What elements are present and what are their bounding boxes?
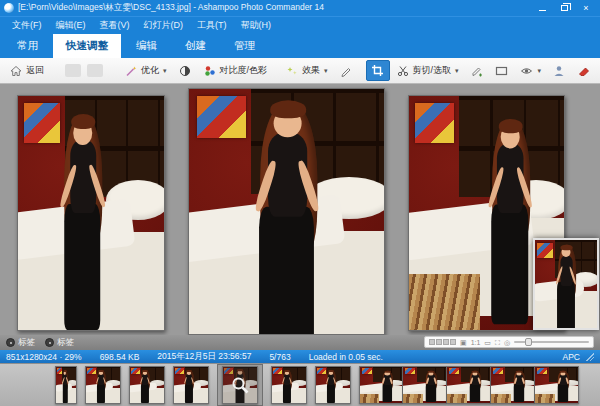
photo-preview-left[interactable] <box>17 95 165 331</box>
menu-item-2[interactable]: 编辑(E) <box>50 17 92 34</box>
thumbnail-3[interactable] <box>129 366 165 404</box>
toolbar-button-返回[interactable]: 返回 <box>4 60 49 81</box>
toolbar-button-label: 对比度/色彩 <box>220 64 268 77</box>
thumbnail-6[interactable] <box>271 366 307 404</box>
thumbnail-12[interactable] <box>535 366 579 404</box>
photo-scene <box>491 367 534 403</box>
lock-zoom-icon[interactable]: ▣ <box>460 339 467 346</box>
ribbon-tab-快速调整[interactable]: 快速调整 <box>53 34 121 58</box>
tag-button-2[interactable]: 标签 <box>45 337 74 349</box>
rectangle-icon <box>495 64 509 78</box>
status-right: APC <box>563 352 594 362</box>
tag-icon <box>45 338 54 347</box>
photo-preview-center[interactable] <box>188 88 385 335</box>
restore-icon <box>561 5 568 11</box>
filmstrip <box>0 363 600 406</box>
toolbar-button-label: 剪切/选取 <box>413 64 452 77</box>
photo-scene <box>272 367 306 403</box>
magnifier-icon[interactable]: ◎ <box>504 339 510 346</box>
pen-icon <box>339 64 353 78</box>
toolbar-button-eraser-icon[interactable] <box>572 60 596 81</box>
toolbar: 返回优化▾对比度/色彩效果▾剪切/选取▾▾ <box>0 58 600 84</box>
photo-scene <box>18 96 164 330</box>
tag-button-1[interactable]: 标签 <box>6 337 35 349</box>
toolbar-button-pen-icon[interactable] <box>334 60 358 81</box>
magnifier-overlay-icon <box>223 367 257 403</box>
photo-scene <box>86 367 120 403</box>
thumbnail-image <box>222 366 258 404</box>
photo-scene <box>56 367 76 403</box>
zoom-panel: ▣ 1:1 ▭ ⛶ ◎ <box>424 336 594 348</box>
thumbnail-selected[interactable] <box>217 364 263 406</box>
titlebar: [E:\Porn\Video\Images\林立雯\DSC_4133.jpg] … <box>0 0 600 16</box>
toolbar-button-对比度/色彩[interactable]: 对比度/色彩 <box>198 60 273 81</box>
menu-item-1[interactable]: 文件(F) <box>6 17 48 34</box>
thumbnail-4[interactable] <box>173 366 209 404</box>
thumbnail-8[interactable] <box>359 366 403 404</box>
chevron-down-icon: ▾ <box>455 67 459 75</box>
status-item-3: 2015年12月5日 23:56:57 <box>157 351 251 363</box>
ribbon-tabs: 常用快速调整编辑创建管理 <box>0 33 600 58</box>
view-mode-segment[interactable] <box>429 339 456 345</box>
thumbnail-11[interactable] <box>491 366 535 404</box>
close-button[interactable]: × <box>580 2 592 14</box>
toolbar-button-contrast-icon[interactable] <box>173 60 197 81</box>
toolbar-button-rectangle-icon[interactable] <box>490 60 514 81</box>
eye-icon <box>520 64 534 78</box>
photo-scene <box>316 367 350 403</box>
restore-button[interactable] <box>558 2 570 14</box>
ribbon-tab-创建[interactable]: 创建 <box>172 34 219 58</box>
toolbar-button-pen-plus-icon[interactable] <box>465 60 489 81</box>
menu-item-6[interactable]: 帮助(H) <box>235 17 278 34</box>
resize-grip[interactable] <box>586 353 594 361</box>
tagbar: 标签标签 ▣ 1:1 ▭ ⛶ ◎ <box>0 335 600 350</box>
original-size-icon[interactable]: 1:1 <box>471 339 481 346</box>
home-icon <box>9 64 23 78</box>
ribbon-tab-常用[interactable]: 常用 <box>4 34 51 58</box>
chevron-down-icon: ▾ <box>324 67 328 75</box>
scissors-icon <box>396 64 410 78</box>
thumbnail-2[interactable] <box>85 366 121 404</box>
photo-scene <box>535 367 578 403</box>
ribbon-tab-管理[interactable]: 管理 <box>221 34 268 58</box>
tag-label: 标签 <box>18 337 35 349</box>
minimize-button[interactable] <box>536 2 548 14</box>
zoom-slider[interactable] <box>514 341 589 343</box>
app-window: [E:\Porn\Video\Images\林立雯\DSC_4133.jpg] … <box>0 0 600 406</box>
statusbar: 851x1280x24 · 29%698.54 KB2015年12月5日 23:… <box>0 350 600 363</box>
menu-item-5[interactable]: 工具(T) <box>191 17 233 34</box>
sparkle-icon <box>285 64 299 78</box>
status-item-1: 851x1280x24 · 29% <box>6 352 82 362</box>
zoom-slider-thumb[interactable] <box>525 338 532 346</box>
photo-scene <box>130 367 164 403</box>
status-item-5: Loaded in 0.05 sec. <box>309 352 383 362</box>
minimize-icon <box>539 10 546 11</box>
contrast-icon <box>178 64 192 78</box>
ribbon-tab-编辑[interactable]: 编辑 <box>123 34 170 58</box>
menu-item-3[interactable]: 查看(V) <box>94 17 136 34</box>
status-item-4: 5/763 <box>269 352 290 362</box>
menu-item-4[interactable]: 幻灯片(D) <box>138 17 190 34</box>
photo-canvas[interactable] <box>0 84 600 335</box>
photo-scene <box>535 240 597 328</box>
thumbnail-7[interactable] <box>315 366 351 404</box>
toolbar-disabled-group <box>57 61 111 81</box>
thumbnail-9[interactable] <box>403 366 447 404</box>
toolbar-button-label: 返回 <box>26 64 44 77</box>
rgb-dots-icon <box>203 64 217 78</box>
toolbar-button-eye-icon[interactable]: ▾ <box>515 60 547 81</box>
chevron-down-icon: ▾ <box>163 67 167 75</box>
toolbar-button-效果[interactable]: 效果▾ <box>280 60 333 81</box>
fit-to-window-icon[interactable]: ▭ <box>484 339 491 346</box>
thumbnail-1[interactable] <box>55 366 77 404</box>
toolbar-button-优化[interactable]: 优化▾ <box>119 60 172 81</box>
chevron-down-icon: ▾ <box>538 67 542 75</box>
navigator-inset[interactable] <box>533 238 599 330</box>
toolbar-button-剪切/选取[interactable]: 剪切/选取▾ <box>391 60 464 81</box>
thumbnail-10[interactable] <box>447 366 491 404</box>
photo-scene <box>403 367 446 403</box>
toolbar-button-crop-icon[interactable] <box>366 60 390 81</box>
photo-scene <box>189 89 384 334</box>
fullscreen-icon[interactable]: ⛶ <box>495 339 500 346</box>
toolbar-button-person-icon[interactable] <box>547 60 571 81</box>
